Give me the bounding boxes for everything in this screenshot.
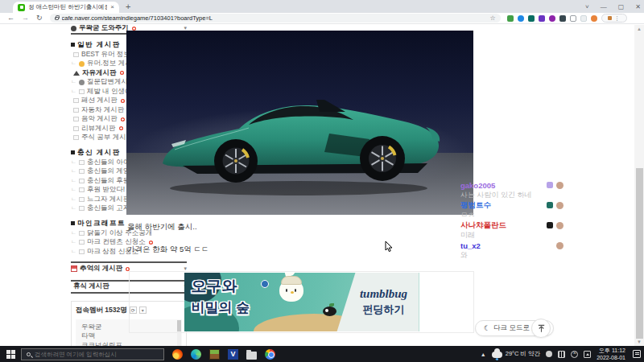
tumblbug-ad-banner[interactable]: 오구와 비밀의 숲 tumblbug 펀딩하기 xyxy=(184,273,419,331)
forward-button[interactable]: → xyxy=(22,14,29,22)
chat-message: tu_x2 와 xyxy=(460,241,564,260)
scroll-up-arrow-icon[interactable]: ▲ xyxy=(634,25,644,33)
banner-title-line2: 비밀의 숲 xyxy=(192,298,250,317)
calendar-icon xyxy=(71,265,77,272)
window-close-button[interactable]: ✕ xyxy=(635,3,641,10)
extension-icon[interactable] xyxy=(518,15,524,22)
tray-close-icon[interactable] xyxy=(571,351,578,358)
tree-prefix: ㄴ xyxy=(71,229,76,237)
chat-badges xyxy=(547,182,553,188)
browser-menu-icon[interactable]: ⋮ xyxy=(614,15,620,21)
tab-close-icon[interactable]: × xyxy=(110,4,114,10)
screen: 정 애스턴마틴 하반기출시예정 : × + ˅ — ▢ ✕ ← → ↻ cafe… xyxy=(0,0,644,362)
mouse-cursor xyxy=(385,241,394,256)
person-icon xyxy=(79,80,85,85)
tree-prefix: ㄴ xyxy=(71,186,76,194)
profile-chip[interactable]: ⋮ xyxy=(601,14,627,23)
board-icon xyxy=(79,187,85,192)
board-label[interactable]: 자동차 게시판 xyxy=(81,105,124,115)
bookmark-star-icon[interactable]: ☆ xyxy=(489,14,495,22)
scroll-to-top-button[interactable] xyxy=(531,319,551,338)
board-label[interactable]: 주식 공부 게시판 xyxy=(81,133,133,142)
board-label[interactable]: 패션 게시판 xyxy=(81,96,118,105)
extension-icon[interactable] xyxy=(559,15,566,22)
post-text-line: 가격은 한화 약 5억 ㄷㄷ xyxy=(127,245,208,255)
chat-avatar xyxy=(556,202,564,209)
chrome-icon[interactable] xyxy=(265,349,275,360)
scroll-down-arrow-icon[interactable]: ▼ xyxy=(634,338,644,346)
board-icon xyxy=(73,135,79,140)
chat-avatar xyxy=(556,242,564,249)
extension-icon[interactable] xyxy=(549,15,555,22)
chat-message: 사나챠폴란드 미래 xyxy=(460,220,564,240)
new-tab-button[interactable]: + xyxy=(126,2,130,11)
board-icon xyxy=(79,231,85,236)
post-image-aston-martin[interactable] xyxy=(126,31,473,215)
board-label[interactable]: 추억의 게시판 xyxy=(80,264,122,274)
board-label[interactable]: 휴식 게시판 xyxy=(73,282,109,291)
extension-icon[interactable] xyxy=(539,15,545,22)
window-maximize-button[interactable]: ▢ xyxy=(618,3,625,10)
board-icon xyxy=(79,169,85,174)
board-label[interactable]: 느그자 게시판 xyxy=(87,195,130,204)
firefox-icon[interactable] xyxy=(172,349,183,360)
board-label[interactable]: 음악 게시판 xyxy=(81,114,118,124)
window-minimize-button[interactable]: — xyxy=(601,3,607,10)
extension-icon[interactable] xyxy=(507,15,514,22)
profile-badge-icon xyxy=(608,16,612,20)
taskbar-search[interactable] xyxy=(21,348,164,360)
board-label[interactable]: 충신들의 후원 xyxy=(87,176,130,186)
extension-icon[interactable] xyxy=(528,15,535,22)
browser-tab[interactable]: 정 애스턴마틴 하반기출시예정 : × xyxy=(13,2,119,13)
tab-search-chevron-icon[interactable]: ˅ xyxy=(585,3,589,10)
file-explorer-icon[interactable] xyxy=(246,352,257,360)
taskbar-clock[interactable]: 오후 11:12 2022-08-01 xyxy=(597,347,625,361)
members-title: 접속멤버 1532명 xyxy=(76,306,127,315)
board-label[interactable]: 자유게시판 xyxy=(82,68,117,78)
extensions-puzzle-icon[interactable] xyxy=(570,15,576,22)
minecraft-icon[interactable] xyxy=(209,349,220,360)
address-bar[interactable]: cafe.naver.com/steamindiegame/7103401?bo… xyxy=(50,14,501,23)
chat-username[interactable]: 사나챠폴란드 xyxy=(460,220,506,231)
hidden-icons-chevron-icon[interactable]: ▲ xyxy=(481,352,486,357)
chat-badge-icon xyxy=(547,222,553,228)
lock-icon xyxy=(55,17,59,20)
square-bullet-icon xyxy=(71,221,75,225)
board-icon xyxy=(73,52,79,57)
board-icon xyxy=(79,89,85,94)
reload-button[interactable]: ↻ xyxy=(36,14,43,22)
chat-username[interactable]: 평범트수 xyxy=(460,200,491,211)
post-text-line: 올해 하반기에 출시.. xyxy=(127,222,197,232)
tray-keyboard-icon[interactable] xyxy=(558,351,565,358)
chat-username[interactable]: gako2005 xyxy=(460,181,495,190)
chat-username[interactable]: tu_x2 xyxy=(460,241,481,250)
cafe-favicon-icon xyxy=(18,4,25,11)
browser-tab-strip: 정 애스턴마틴 하반기출시예정 : × + ˅ — ▢ ✕ xyxy=(0,0,644,13)
tree-prefix: ㄴ xyxy=(71,60,76,68)
sidebar-top-label: 우왁굳 도와주기 xyxy=(79,25,129,33)
extension-icon[interactable] xyxy=(580,15,587,22)
banner-cta-panel[interactable]: tumblbug 펀딩하기 xyxy=(336,273,419,331)
profile-avatar[interactable] xyxy=(591,15,597,22)
tray-picture-icon[interactable] xyxy=(584,351,591,358)
page-scrollbar[interactable]: ▲ ▼ xyxy=(634,25,644,346)
ad-container: 오구와 비밀의 숲 tumblbug 펀딩하기 xyxy=(129,271,474,333)
start-button[interactable] xyxy=(0,346,21,362)
action-center-icon[interactable] xyxy=(633,350,641,358)
tree-prefix: ㄴ xyxy=(71,88,76,96)
clock-date: 2022-08-01 xyxy=(597,354,625,361)
board-icon xyxy=(73,126,79,131)
board-label[interactable]: 리뷰게시판 xyxy=(81,124,116,134)
tray-pen-icon[interactable] xyxy=(546,351,552,357)
visual-studio-icon[interactable]: V xyxy=(228,349,238,360)
scrollbar-thumb[interactable] xyxy=(636,168,643,339)
weather-widget[interactable]: 29°C 비 약간 xyxy=(492,350,540,358)
back-button[interactable]: ← xyxy=(7,14,14,22)
board-icon xyxy=(79,197,85,202)
taskbar-search-input[interactable] xyxy=(35,351,155,358)
tree-prefix: ㄴ xyxy=(71,238,76,246)
tumblbug-logo: tumblbug xyxy=(360,287,407,301)
url-text[interactable]: cafe.naver.com/steamindiegame/7103401?bo… xyxy=(62,14,487,22)
edge-icon[interactable] xyxy=(191,349,201,360)
extension-row: ⋮ xyxy=(507,14,627,23)
